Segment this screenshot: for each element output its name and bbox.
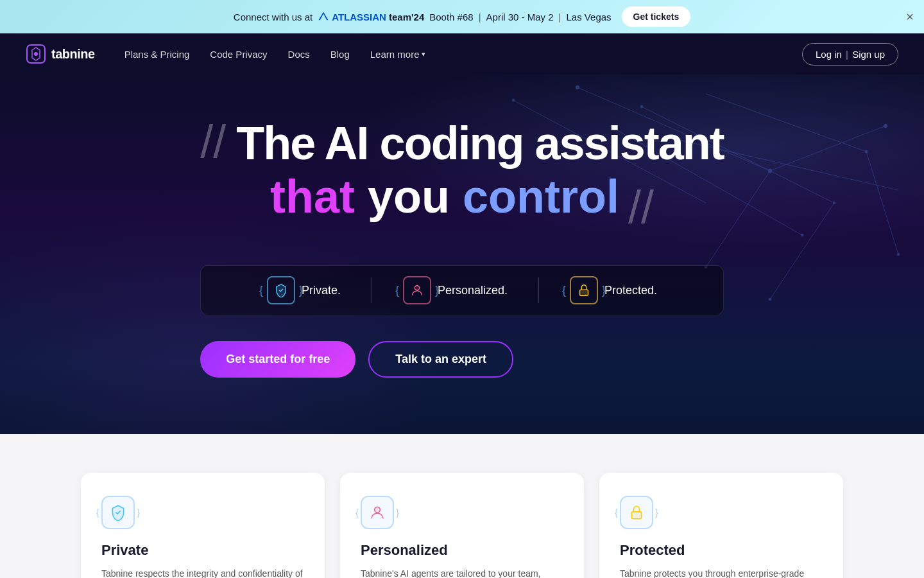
get-started-button[interactable]: Get started for free (200, 341, 355, 378)
svg-rect-27 (631, 512, 641, 519)
private-label: Private. (302, 284, 341, 297)
get-tickets-button[interactable]: Get tickets (622, 6, 691, 27)
banner-atlassian: ATLASSIAN (332, 12, 386, 22)
svg-point-12 (576, 85, 579, 89)
card-protected-icon (620, 496, 653, 529)
protected-icon (570, 276, 598, 304)
svg-point-21 (801, 234, 803, 236)
hero-title: The AI coding assistant (236, 118, 723, 169)
lock-icon (577, 283, 591, 297)
talk-to-expert-button[interactable]: Talk to an expert (368, 341, 513, 378)
banner-text: Connect with us at ATLASSIAN team'24 Boo… (234, 11, 612, 22)
card-private-desc: Tabnine respects the integrity and confi… (101, 566, 304, 578)
nav-links: Plans & Pricing Code Privacy Docs Blog L… (116, 44, 802, 65)
banner-booth: Booth #68 (429, 12, 473, 22)
logo-icon (26, 44, 46, 64)
logo-link[interactable]: tabnine (26, 44, 95, 64)
nav-learn-more[interactable]: Learn more ▾ (361, 44, 435, 65)
atlassian-icon (318, 11, 329, 22)
chevron-down-icon: ▾ (422, 50, 425, 58)
hero-subtitle: that you control (270, 169, 619, 224)
auth-actions: Log in | Sign up (802, 43, 898, 66)
svg-line-5 (706, 94, 866, 152)
hero-you-text: you (368, 171, 450, 222)
lock-card-icon (628, 504, 645, 521)
badge-separator-2 (538, 277, 539, 303)
auth-separator: | (846, 49, 848, 60)
card-protected: Protected Tabnine protects you through e… (599, 473, 843, 578)
hero-content: // The AI coding assistant that you cont… (200, 118, 723, 378)
shield-check-icon (274, 283, 288, 297)
personalized-icon (403, 276, 431, 304)
svg-point-26 (375, 507, 381, 512)
svg-point-16 (833, 202, 835, 204)
svg-point-20 (897, 253, 900, 256)
nav-plans-pricing[interactable]: Plans & Pricing (116, 44, 199, 65)
personalized-label: Personalized. (438, 284, 508, 297)
banner-city: Las Vegas (567, 12, 612, 22)
hero-slash-right: // (628, 184, 654, 230)
hero-badge-protected: Protected. (570, 276, 657, 304)
banner-close-button[interactable]: × (906, 10, 914, 24)
banner-prefix: Connect with us at (234, 12, 312, 22)
person-card-icon (369, 504, 386, 521)
svg-point-19 (769, 298, 771, 301)
svg-point-14 (884, 124, 887, 128)
banner-dates: April 30 - May 2 (486, 12, 554, 22)
nav-blog[interactable]: Blog (321, 44, 359, 65)
svg-point-17 (865, 150, 868, 153)
banner-team: team'24 (389, 12, 424, 22)
announcement-banner: Connect with us at ATLASSIAN team'24 Boo… (0, 0, 924, 33)
hero-badges: Private. Personalized. (200, 265, 723, 315)
hero-ctas: Get started for free Talk to an expert (200, 341, 723, 378)
person-icon (410, 283, 424, 297)
protected-label: Protected. (604, 284, 657, 297)
hero-badge-private: Private. (267, 276, 341, 304)
hero-section: // The AI coding assistant that you cont… (0, 74, 924, 434)
card-personalized-icon (361, 496, 394, 529)
card-protected-title: Protected (620, 542, 823, 559)
private-icon (267, 276, 295, 304)
svg-rect-25 (580, 290, 588, 295)
nav-code-privacy[interactable]: Code Privacy (201, 44, 276, 65)
banner-sep2: | (559, 12, 561, 22)
hero-badge-personalized: Personalized. (403, 276, 508, 304)
card-private: Private Tabnine respects the integrity a… (81, 473, 325, 578)
card-personalized-desc: Tabnine's AI agents are tailored to your… (361, 566, 563, 578)
svg-line-3 (770, 126, 886, 171)
hero-control: control (463, 171, 619, 222)
card-protected-desc: Tabnine protects you through enterprise-… (620, 566, 823, 578)
shield-icon (110, 504, 126, 521)
logo-text: tabnine (51, 47, 95, 62)
card-personalized: Personalized Tabnine's AI agents are tai… (340, 473, 584, 578)
hero-that: that (270, 171, 355, 222)
auth-button[interactable]: Log in | Sign up (802, 43, 898, 66)
svg-point-13 (768, 169, 772, 173)
navbar: tabnine Plans & Pricing Code Privacy Doc… (0, 33, 924, 74)
card-personalized-title: Personalized (361, 542, 563, 559)
svg-point-1 (34, 52, 38, 56)
badge-separator-1 (372, 277, 372, 303)
card-private-icon (101, 496, 135, 529)
svg-point-15 (640, 105, 643, 108)
nav-docs[interactable]: Docs (279, 44, 319, 65)
svg-point-24 (415, 286, 419, 290)
cards-section: Private Tabnine respects the integrity a… (0, 434, 924, 578)
svg-line-10 (770, 203, 834, 299)
hero-slash-left: // (200, 118, 226, 164)
svg-point-22 (512, 99, 515, 101)
banner-sep1: | (479, 12, 481, 22)
svg-line-11 (866, 152, 898, 254)
card-private-title: Private (101, 542, 304, 559)
